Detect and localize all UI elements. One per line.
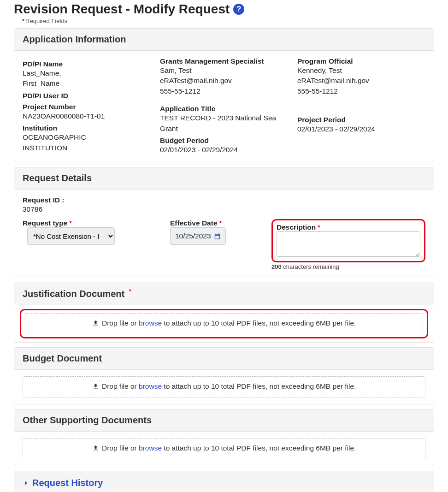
- browse-link[interactable]: browse: [139, 444, 162, 452]
- effective-date-label: Effective Date*: [170, 219, 262, 227]
- program-official-label: Program Official: [297, 57, 425, 65]
- application-information-panel: Application Information PD/PI Name Last_…: [14, 28, 434, 162]
- justification-document-panel: Justification Document * Drop file or br…: [14, 282, 434, 343]
- request-history-panel: Request History Cancel Delete Save Submi…: [14, 471, 434, 492]
- request-type-label: Request type*: [23, 219, 161, 227]
- app-title-value: TEST RECORD - 2023 National Sea Grant: [160, 113, 288, 134]
- request-type-select[interactable]: *No Cost Exension - I: [27, 227, 115, 245]
- upload-icon: [92, 383, 99, 391]
- project-number-label: Project Number: [23, 103, 151, 111]
- browse-link[interactable]: browse: [139, 319, 162, 327]
- gms-label: Grants Management Specialist: [160, 57, 288, 65]
- gms-email: eRATest@mail.nih.gov: [160, 76, 288, 86]
- other-documents-panel: Other Supporting Documents Drop file or …: [14, 409, 434, 466]
- gms-phone: 555-55-1212: [160, 86, 288, 96]
- description-textarea[interactable]: [277, 231, 420, 257]
- pdpi-userid-label: PD/PI User ID: [23, 92, 151, 100]
- other-documents-header: Other Supporting Documents: [14, 409, 434, 432]
- institution-value: OCEANOGRAPHIC INSTITUTION: [23, 132, 151, 153]
- project-period-value: 02/01/2023 - 02/29/2024: [297, 124, 425, 134]
- upload-icon: [92, 320, 99, 328]
- calendar-icon: [214, 233, 221, 240]
- budget-period-value: 02/01/2023 - 02/29/2024: [160, 145, 288, 155]
- budget-document-panel: Budget Document Drop file or browse to a…: [14, 347, 434, 404]
- institution-label: Institution: [23, 124, 151, 132]
- help-icon[interactable]: ?: [233, 4, 244, 15]
- justification-highlight: Drop file or browse to attach up to 10 t…: [20, 309, 428, 338]
- justification-dropzone[interactable]: Drop file or browse to attach up to 10 t…: [25, 313, 423, 334]
- pdpi-name-value: Last_Name, First_Name: [23, 68, 151, 89]
- justification-document-header: Justification Document *: [14, 282, 434, 305]
- app-title-label: Application Title: [160, 105, 288, 113]
- page-title: Revision Request - Modify Request ?: [14, 2, 434, 17]
- po-phone: 555-55-1212: [297, 86, 425, 96]
- description-highlight: Description*: [271, 219, 425, 262]
- required-fields-legend: *Required Fields: [22, 18, 434, 24]
- request-details-panel: Request Details Request ID : 30786 Reque…: [14, 167, 434, 277]
- pdpi-name-label: PD/PI Name: [23, 60, 151, 68]
- application-information-header: Application Information: [14, 29, 434, 51]
- project-period-label: Project Period: [297, 116, 425, 124]
- po-name: Kennedy, Test: [297, 65, 425, 76]
- request-id-value: 30786: [23, 204, 425, 214]
- upload-icon: [92, 445, 99, 453]
- asterisk-icon: *: [22, 18, 24, 24]
- effective-date-input[interactable]: 10/25/2023: [170, 227, 226, 245]
- budget-period-label: Budget Period: [160, 136, 288, 145]
- request-id-label: Request ID :: [23, 196, 425, 204]
- project-number-value: NA23OAR0080080-T1-01: [23, 111, 151, 121]
- other-dropzone[interactable]: Drop file or browse to attach up to 10 t…: [23, 438, 425, 459]
- caret-right-icon: [23, 480, 29, 486]
- request-history-toggle[interactable]: Request History: [14, 471, 434, 492]
- budget-document-header: Budget Document: [14, 348, 434, 370]
- char-remaining: 200 characters remaining: [271, 263, 425, 270]
- description-label: Description*: [277, 223, 420, 231]
- gms-name: Sam, Test: [160, 65, 288, 76]
- browse-link[interactable]: browse: [139, 382, 162, 390]
- page-title-text: Revision Request - Modify Request: [14, 2, 230, 17]
- budget-dropzone[interactable]: Drop file or browse to attach up to 10 t…: [23, 376, 425, 397]
- po-email: eRATest@mail.nih.gov: [297, 76, 425, 86]
- request-details-header: Request Details: [14, 167, 434, 190]
